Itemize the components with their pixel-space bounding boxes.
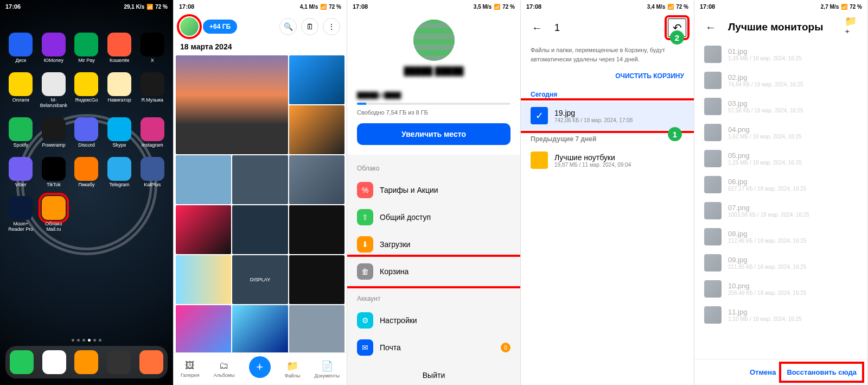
tab-gallery[interactable]: 🖼Галерея: [181, 360, 200, 378]
file-row[interactable]: 11.jpg1,10 МБ / 18 мар. 2024, 16:25: [694, 302, 867, 328]
file-row[interactable]: 04.png1,62 МБ / 18 мар. 2024, 16:25: [694, 119, 867, 146]
logout-button[interactable]: Выйти: [347, 361, 520, 385]
app-навигатор[interactable]: Навигатор: [103, 72, 136, 109]
app-viber[interactable]: Viber: [4, 157, 37, 188]
menu-item-Почта[interactable]: ✉Почта0: [347, 334, 520, 361]
trash-item-selected[interactable]: ✓ 19.jpg 742,06 КБ / 18 мар. 2024, 17:08: [521, 102, 694, 130]
file-row[interactable]: 05.png1,25 МБ / 18 мар. 2024, 16:25: [694, 146, 867, 172]
menu-item-Тарифы и Акции[interactable]: %Тарифы и Акции: [347, 176, 520, 204]
file-row[interactable]: 06.jpg627,17 КБ / 18 мар. 2024, 16:25: [694, 172, 867, 198]
photo-thumb[interactable]: [176, 255, 231, 304]
app-яндексgo[interactable]: ЯндексGo: [70, 72, 103, 109]
battery-text: 72 %: [676, 4, 688, 10]
status-time: 17:08: [353, 3, 368, 10]
app-оплати[interactable]: Оплати: [4, 72, 37, 109]
photo-thumb[interactable]: [232, 205, 288, 254]
menu-item-Настройки[interactable]: ⚙Настройки: [347, 307, 520, 334]
app-диск[interactable]: Диск: [4, 33, 37, 64]
app-облако-mail-ru[interactable]: Облако Mail.ru: [37, 196, 71, 232]
photo-thumb[interactable]: [176, 205, 231, 254]
photo-thumb[interactable]: [232, 155, 288, 204]
file-row[interactable]: 08.jpg212,46 КБ / 18 мар. 2024, 16:25: [694, 224, 867, 250]
app-кошел-к[interactable]: Кошелёк: [103, 33, 136, 64]
checkbox-checked[interactable]: ✓: [531, 107, 548, 124]
app-label: ЮMoney: [44, 58, 63, 64]
avatar-button[interactable]: [180, 17, 199, 36]
new-folder-button[interactable]: 📁⁺: [845, 20, 860, 35]
photo-thumb[interactable]: [232, 305, 288, 354]
back-button[interactable]: ←: [702, 18, 719, 36]
app-mir-pay[interactable]: Mir Pay: [70, 33, 103, 64]
app-icon: [74, 117, 98, 141]
dock-contacts[interactable]: [74, 350, 98, 374]
pager-dots[interactable]: [0, 339, 173, 342]
app-юmoney[interactable]: ЮMoney: [37, 33, 71, 64]
storage-upgrade-pill[interactable]: +64 ГБ: [203, 20, 237, 34]
photo-thumb[interactable]: [289, 155, 344, 204]
photo-thumb[interactable]: DISPLAY: [232, 255, 288, 304]
search-button[interactable]: 🔍: [279, 18, 297, 35]
app-katplus[interactable]: KatPlus: [136, 157, 169, 188]
file-thumb: [704, 150, 722, 167]
app-label: Я.Музыка: [141, 98, 163, 103]
file-row[interactable]: 07.png1003,58 КБ / 18 мар. 2024, 16:25: [694, 198, 867, 224]
more-icon: ⋮: [328, 22, 335, 31]
back-button[interactable]: ←: [528, 19, 546, 36]
dock-camera[interactable]: [107, 350, 131, 374]
app-icon: [141, 157, 164, 181]
file-row[interactable]: 03.jpg57,58 КБ / 18 мар. 2024, 16:25: [694, 93, 867, 119]
file-name: 06.jpg: [728, 178, 806, 186]
restore-here-button[interactable]: Восстановить сюда: [782, 365, 861, 380]
file-thumb: [704, 72, 722, 89]
tab-documents[interactable]: 📄Документы: [315, 360, 340, 378]
menu-item-Загрузки[interactable]: ⬇Загрузки: [347, 231, 520, 258]
app-skype[interactable]: Skype: [103, 117, 136, 148]
app-label: KatPlus: [144, 182, 161, 188]
menu-item-Общий доступ[interactable]: ⇪Общий доступ: [347, 204, 520, 231]
photo-thumb[interactable]: [176, 155, 231, 204]
clear-trash-button[interactable]: ОЧИСТИТЬ КОРЗИНУ: [521, 67, 694, 85]
tab-add[interactable]: +: [249, 356, 271, 382]
add-fab[interactable]: +: [249, 356, 271, 378]
app-telegram[interactable]: Telegram: [103, 157, 136, 188]
photo-thumb[interactable]: [289, 305, 344, 354]
more-button[interactable]: ⋮: [323, 18, 340, 35]
photo-thumb[interactable]: [176, 305, 231, 354]
app-discord[interactable]: Discord: [70, 117, 103, 148]
tab-albums[interactable]: 🗂Альбомы: [214, 360, 235, 378]
app-moon--reader-pro[interactable]: Moon+ Reader Pro: [4, 196, 37, 232]
menu-item-Корзина[interactable]: 🗑Корзина: [347, 258, 520, 285]
file-row[interactable]: 10.png258,49 КБ / 18 мар. 2024, 16:25: [694, 276, 867, 302]
user-avatar[interactable]: [413, 20, 455, 61]
file-thumb: [704, 46, 722, 63]
cancel-button[interactable]: Отмена: [750, 368, 776, 376]
dock-browser[interactable]: [139, 350, 163, 374]
file-name: 11.jpg: [728, 308, 802, 316]
tab-files[interactable]: 📁Файлы: [285, 360, 301, 378]
app-tiktok[interactable]: TikTok: [37, 157, 71, 188]
app-poweramp[interactable]: Poweramp: [37, 117, 71, 148]
app-пикабу[interactable]: Пикабу: [70, 157, 103, 188]
photo-thumb[interactable]: [289, 105, 344, 154]
app-я-музыка[interactable]: Я.Музыка: [136, 72, 169, 109]
app-м-belarusbank[interactable]: М-Belarusbank: [37, 72, 71, 109]
photo-thumb[interactable]: [289, 55, 344, 104]
app-icon: [141, 33, 164, 56]
file-thumb: [704, 306, 722, 324]
file-row[interactable]: 09.jpg211,65 КБ / 18 мар. 2024, 16:25: [694, 250, 867, 276]
photo-thumb[interactable]: [289, 255, 344, 304]
file-row[interactable]: 01.jpg1,39 МБ / 18 мар. 2024, 16:25: [694, 41, 867, 67]
file-row[interactable]: 02.jpg74,94 КБ / 18 мар. 2024, 16:25: [694, 67, 867, 93]
calendar-button[interactable]: 🗓: [301, 18, 318, 35]
trash-folder-item[interactable]: Лучшие ноутбуки 19,87 МБ / 11 мар. 2024,…: [521, 146, 694, 174]
dock-messages[interactable]: [42, 350, 66, 374]
photo-thumb[interactable]: [176, 55, 288, 154]
app-x[interactable]: X: [136, 33, 169, 64]
app-instagram[interactable]: Instagram: [136, 117, 169, 148]
dock-phone[interactable]: [10, 350, 34, 374]
photo-thumb[interactable]: [289, 205, 344, 254]
app-spotify[interactable]: Spotify: [4, 117, 37, 148]
upgrade-button[interactable]: Увеличить место: [357, 123, 510, 145]
file-meta: 1,62 МБ / 18 мар. 2024, 16:25: [728, 134, 802, 140]
status-net: 3,4 M/s: [647, 4, 665, 10]
